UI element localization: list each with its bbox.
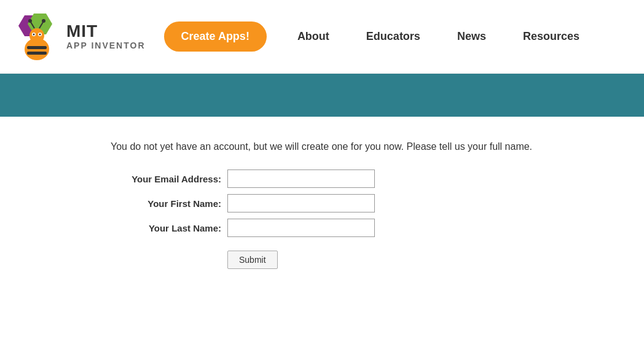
email-label: Your Email Address: <box>111 174 227 184</box>
account-message: You do not yet have an account, but we w… <box>111 141 639 152</box>
last-name-label: Your Last Name: <box>111 223 227 233</box>
main-content: You do not yet have an account, but we w… <box>0 117 644 300</box>
svg-rect-3 <box>27 46 47 49</box>
main-nav: About Educators News Resources <box>297 30 579 43</box>
first-name-row: Your First Name: <box>111 194 644 212</box>
header: MIT APP INVENTOR Create Apps! About Educ… <box>0 0 644 74</box>
first-name-input[interactable] <box>227 194 375 212</box>
last-name-input[interactable] <box>227 219 375 237</box>
nav-resources[interactable]: Resources <box>523 30 579 43</box>
registration-form: Your Email Address: Your First Name: You… <box>111 170 644 275</box>
nav-news[interactable]: News <box>457 30 486 43</box>
svg-rect-4 <box>27 52 47 55</box>
logo-appinventor-label: APP INVENTOR <box>66 41 146 50</box>
svg-point-9 <box>39 33 41 35</box>
submit-button[interactable]: Submit <box>227 251 278 269</box>
svg-point-11 <box>28 19 32 23</box>
svg-point-8 <box>33 33 35 35</box>
svg-point-13 <box>42 19 45 23</box>
svg-point-5 <box>29 28 44 43</box>
create-apps-button[interactable]: Create Apps! <box>164 21 267 52</box>
submit-row: Submit <box>111 243 644 269</box>
nav-educators[interactable]: Educators <box>366 30 420 43</box>
email-input[interactable] <box>227 170 375 188</box>
logo-icon <box>12 12 61 61</box>
logo-mit-label: MIT <box>66 22 146 41</box>
nav-about[interactable]: About <box>297 30 329 43</box>
logo-link[interactable]: MIT APP INVENTOR <box>12 12 146 61</box>
logo-text: MIT APP INVENTOR <box>66 22 146 50</box>
teal-banner <box>0 74 644 117</box>
email-row: Your Email Address: <box>111 170 644 188</box>
first-name-label: Your First Name: <box>111 198 227 209</box>
last-name-row: Your Last Name: <box>111 219 644 237</box>
